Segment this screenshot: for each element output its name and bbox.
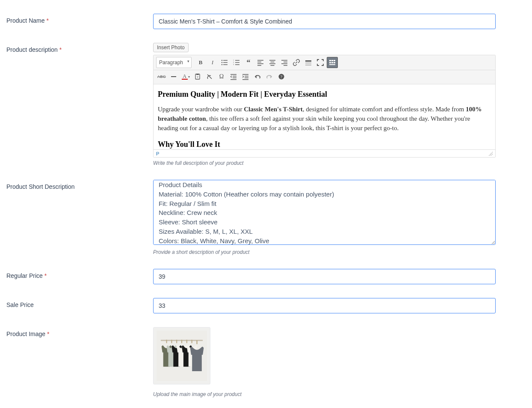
editor-toolbar-row-2: ABC A▾ T Ω bbox=[154, 70, 495, 84]
bullet-list-icon[interactable] bbox=[219, 57, 230, 68]
format-select[interactable]: Paragraph bbox=[156, 57, 192, 68]
svg-point-2 bbox=[222, 62, 222, 63]
editor-paragraph: Upgrade your wardrobe with our Classic M… bbox=[158, 105, 491, 133]
align-left-icon[interactable] bbox=[255, 57, 266, 68]
svg-rect-18 bbox=[269, 63, 275, 64]
regular-price-label: Regular Price * bbox=[6, 255, 153, 279]
redo-icon[interactable] bbox=[264, 71, 275, 82]
short-description-help-text: Provide a short description of your prod… bbox=[153, 249, 496, 255]
insert-photo-button[interactable]: Insert Photo bbox=[153, 43, 189, 52]
svg-point-0 bbox=[222, 60, 222, 61]
blockquote-icon[interactable]: “ bbox=[243, 57, 254, 68]
svg-rect-54 bbox=[186, 340, 187, 343]
link-icon[interactable] bbox=[291, 57, 302, 68]
sale-price-input[interactable] bbox=[153, 298, 496, 313]
description-help-text: Write the full description of your produ… bbox=[153, 160, 496, 166]
svg-rect-25 bbox=[305, 63, 311, 63]
tshirt-thumbnail-icon bbox=[157, 331, 207, 381]
bold-icon[interactable]: B bbox=[195, 57, 206, 68]
required-asterisk: * bbox=[46, 17, 48, 24]
toolbar-toggle-icon[interactable] bbox=[327, 57, 338, 68]
svg-rect-43 bbox=[245, 76, 248, 77]
help-icon[interactable]: ? bbox=[276, 71, 287, 82]
editor-heading: Why You'll Love It bbox=[158, 139, 491, 149]
svg-rect-28 bbox=[329, 60, 331, 61]
undo-icon[interactable] bbox=[252, 71, 263, 82]
svg-rect-30 bbox=[334, 60, 335, 61]
svg-rect-51 bbox=[171, 340, 172, 343]
svg-rect-22 bbox=[281, 63, 287, 64]
svg-rect-17 bbox=[271, 62, 275, 63]
horizontal-rule-icon[interactable] bbox=[168, 71, 179, 82]
product-image-upload[interactable] bbox=[153, 327, 210, 384]
svg-rect-21 bbox=[284, 62, 287, 63]
svg-rect-34 bbox=[329, 64, 335, 65]
text-color-icon[interactable]: A▾ bbox=[180, 71, 191, 82]
svg-rect-52 bbox=[176, 340, 177, 343]
special-character-icon[interactable]: Ω bbox=[216, 71, 227, 82]
svg-text:T: T bbox=[197, 75, 199, 79]
product-description-label: Product description * bbox=[6, 29, 153, 53]
editor-toolbar-row-1: Paragraph B I 123 “ bbox=[154, 55, 495, 70]
align-center-icon[interactable] bbox=[267, 57, 278, 68]
svg-rect-23 bbox=[284, 65, 287, 66]
svg-rect-27 bbox=[305, 65, 311, 66]
required-asterisk: * bbox=[59, 46, 62, 53]
svg-rect-42 bbox=[242, 74, 248, 75]
short-description-textarea[interactable] bbox=[153, 180, 496, 245]
svg-rect-3 bbox=[223, 62, 228, 63]
short-description-label: Product Short Description bbox=[6, 166, 153, 190]
editor-path[interactable]: P bbox=[156, 151, 159, 156]
resize-handle-icon[interactable] bbox=[488, 152, 493, 156]
italic-icon[interactable]: I bbox=[207, 57, 218, 68]
svg-rect-41 bbox=[231, 79, 236, 80]
indent-icon[interactable] bbox=[240, 71, 251, 82]
editor-heading: Premium Quality | Modern Fit | Everyday … bbox=[158, 89, 491, 100]
insert-more-icon[interactable] bbox=[303, 57, 314, 68]
svg-rect-29 bbox=[331, 60, 333, 61]
fullscreen-icon[interactable] bbox=[315, 57, 326, 68]
product-name-input[interactable] bbox=[153, 14, 496, 29]
sale-price-label: Sale Price bbox=[6, 284, 153, 308]
regular-price-input[interactable] bbox=[153, 269, 496, 284]
svg-rect-15 bbox=[257, 65, 261, 66]
svg-rect-56 bbox=[196, 340, 197, 344]
svg-rect-39 bbox=[233, 76, 236, 77]
svg-rect-24 bbox=[305, 60, 311, 62]
product-image-label: Product Image * bbox=[6, 313, 153, 337]
svg-text:3: 3 bbox=[233, 63, 234, 66]
outdent-icon[interactable] bbox=[228, 71, 239, 82]
svg-rect-11 bbox=[235, 64, 239, 65]
required-asterisk: * bbox=[47, 331, 49, 337]
svg-text:?: ? bbox=[281, 74, 283, 79]
svg-rect-31 bbox=[329, 62, 331, 63]
align-right-icon[interactable] bbox=[279, 57, 290, 68]
svg-point-4 bbox=[222, 64, 222, 65]
svg-rect-36 bbox=[196, 74, 199, 75]
product-image-help-text: Upload the main image of your product bbox=[153, 391, 496, 397]
svg-rect-5 bbox=[223, 64, 228, 65]
editor-content-area[interactable]: Premium Quality | Modern Fit | Everyday … bbox=[154, 84, 495, 149]
svg-rect-14 bbox=[257, 63, 263, 64]
clear-formatting-icon[interactable] bbox=[204, 71, 215, 82]
svg-rect-7 bbox=[235, 60, 239, 60]
svg-rect-13 bbox=[257, 62, 261, 63]
svg-rect-20 bbox=[281, 60, 287, 61]
required-asterisk: * bbox=[44, 272, 47, 279]
svg-rect-55 bbox=[192, 340, 192, 343]
svg-rect-32 bbox=[331, 62, 333, 63]
svg-rect-12 bbox=[257, 60, 263, 61]
svg-rect-45 bbox=[242, 79, 248, 80]
svg-rect-40 bbox=[233, 77, 236, 78]
svg-rect-1 bbox=[223, 60, 228, 60]
editor-status-bar: P bbox=[154, 149, 495, 157]
svg-rect-16 bbox=[269, 60, 275, 61]
svg-rect-44 bbox=[245, 77, 248, 78]
svg-rect-9 bbox=[235, 62, 239, 63]
numbered-list-icon[interactable]: 123 bbox=[231, 57, 242, 68]
svg-rect-19 bbox=[271, 65, 275, 66]
svg-rect-53 bbox=[181, 340, 182, 343]
svg-rect-33 bbox=[334, 62, 335, 63]
paste-text-icon[interactable]: T bbox=[192, 71, 203, 82]
strikethrough-icon[interactable]: ABC bbox=[156, 71, 167, 82]
